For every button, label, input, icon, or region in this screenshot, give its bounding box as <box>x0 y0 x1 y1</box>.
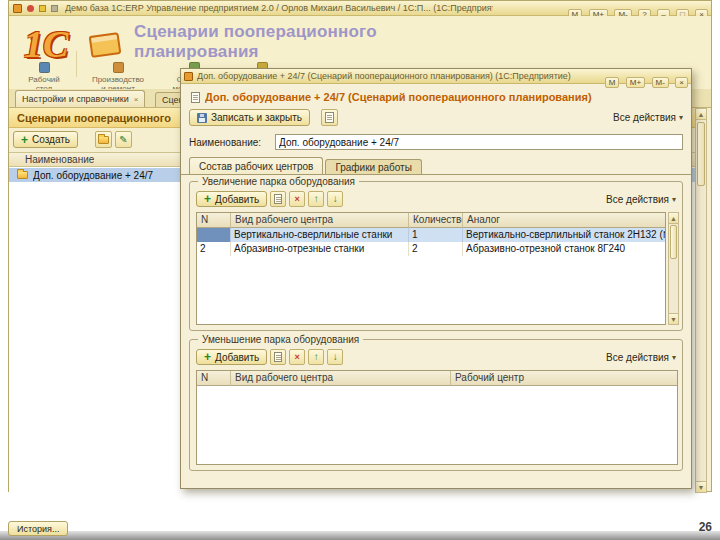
increase-table-scrollbar[interactable]: ▲ ▼ <box>668 212 679 325</box>
all-actions-button[interactable]: Все действия ▾ <box>613 109 683 126</box>
window-scale-minus-button[interactable]: М- <box>652 77 669 88</box>
list-item-label: Доп. оборудование + 24/7 <box>33 170 153 181</box>
dropdown-icon: ▾ <box>672 195 676 204</box>
type-cell: Вертикально-сверлильные станки <box>231 228 409 242</box>
tab-close-icon[interactable]: × <box>134 95 139 104</box>
save-and-close-button[interactable]: Записать и закрыть <box>189 109 310 126</box>
add-icon: + <box>204 193 211 205</box>
table-row[interactable]: Вертикально-сверлильные станки 1 Вертика… <box>197 228 665 242</box>
dialog-form-header: Доп. оборудование + 24/7 (Сценарий поопе… <box>191 90 592 104</box>
document-icon <box>191 92 200 103</box>
scrollbar-thumb[interactable] <box>670 225 677 259</box>
increase-table-header: N Вид рабочего центра Количество Аналог <box>197 213 665 228</box>
increase-table: N Вид рабочего центра Количество Аналог … <box>196 212 666 325</box>
row-number-cell <box>197 228 231 242</box>
edit-button[interactable]: ✎ <box>115 131 132 148</box>
save-icon <box>197 113 207 123</box>
column-n[interactable]: N <box>197 371 231 386</box>
all-actions-label: Все действия <box>606 194 669 205</box>
logo-graphic <box>89 32 122 58</box>
copy-icon <box>274 194 282 204</box>
delete-icon: × <box>295 195 300 204</box>
history-button-label: История... <box>17 524 59 534</box>
decrease-table-header: N Вид рабочего центра Рабочий центр <box>197 371 677 386</box>
slide-canvas: Демо база 1С:ERP Управление предприятием… <box>0 0 720 540</box>
dialog-titlebar: Доп. оборудование + 24/7 (Сценарий поопе… <box>181 69 691 84</box>
analog-cell: Вертикально-сверлильный станок 2Н132 (№1… <box>463 228 665 242</box>
main-window-title: Демо база 1С:ERP Управление предприятием… <box>65 1 493 16</box>
dialog-command-bar: Записать и закрыть Все действия ▾ <box>189 109 683 129</box>
arrow-up-icon: ↑ <box>314 352 319 362</box>
dialog-window: Доп. оборудование + 24/7 (Сценарий поопе… <box>180 68 692 489</box>
delete-row-button[interactable]: × <box>289 349 305 365</box>
create-button-label: Создать <box>32 134 70 145</box>
column-analog[interactable]: Аналог <box>463 213 665 228</box>
window-scale-button[interactable]: М <box>605 77 620 88</box>
history-button[interactable]: История... <box>8 521 68 536</box>
scroll-up-icon[interactable]: ▲ <box>696 109 706 120</box>
qty-cell: 1 <box>409 228 463 242</box>
copy-row-button[interactable] <box>270 191 286 207</box>
dialog-tabs: Состав рабочих центров Графики работы <box>189 157 422 174</box>
qty-cell: 2 <box>409 242 463 256</box>
group-decrease-legend: Уменьшение парка оборудования <box>198 333 363 346</box>
scrollbar-thumb[interactable] <box>697 122 705 186</box>
scroll-down-icon[interactable]: ▼ <box>669 313 678 324</box>
column-qty[interactable]: Количество <box>409 213 463 228</box>
page-number: 26 <box>699 520 712 534</box>
move-down-button[interactable]: ↓ <box>327 191 343 207</box>
scroll-up-icon[interactable]: ▲ <box>669 213 678 224</box>
column-workcenter[interactable]: Рабочий центр <box>451 371 677 386</box>
write-button[interactable] <box>321 109 338 126</box>
move-up-button[interactable]: ↑ <box>308 191 324 207</box>
name-field-label: Наименование: <box>189 136 261 150</box>
dialog-window-title: Доп. оборудование + 24/7 (Сценарий поопе… <box>197 69 585 84</box>
app-icon <box>184 72 193 81</box>
column-type[interactable]: Вид рабочего центра <box>231 213 409 228</box>
quick-icon-red[interactable] <box>27 5 34 12</box>
tab-label: Состав рабочих центров <box>199 161 313 172</box>
scroll-down-icon[interactable]: ▼ <box>696 481 706 492</box>
table-row[interactable]: 2 Абразивно-отрезные станки 2 Абразивно-… <box>197 242 665 256</box>
dialog-form-title: Доп. оборудование + 24/7 (Сценарий поопе… <box>205 91 592 103</box>
group-decrease-toolbar: + Добавить × ↑ ↓ Все действия ▾ <box>196 347 676 367</box>
copy-icon <box>274 352 282 362</box>
move-up-button[interactable]: ↑ <box>308 349 324 365</box>
create-group-button[interactable] <box>95 131 112 148</box>
window-scale-plus-button[interactable]: М+ <box>626 77 645 88</box>
main-titlebar: Демо база 1С:ERP Управление предприятием… <box>9 1 711 16</box>
tab-schedules[interactable]: Графики работы <box>325 159 422 174</box>
add-button-label: Добавить <box>215 194 259 205</box>
add-button[interactable]: + Добавить <box>196 349 267 365</box>
arrow-up-icon: ↑ <box>314 194 319 204</box>
tab-workcenters[interactable]: Состав рабочих центров <box>189 157 323 174</box>
create-button[interactable]: + Создать <box>13 131 78 148</box>
all-actions-button[interactable]: Все действия ▾ <box>606 349 676 366</box>
arrow-down-icon: ↓ <box>333 194 338 204</box>
group-increase-toolbar: + Добавить × ↑ ↓ Все действия ▾ <box>196 189 676 209</box>
add-button[interactable]: + Добавить <box>196 191 267 207</box>
tab-settings-catalogs[interactable]: Настройки и справочники × <box>15 90 145 107</box>
add-icon: + <box>21 134 28 146</box>
tab-label: Графики работы <box>335 162 412 173</box>
row-marker <box>197 228 230 242</box>
copy-row-button[interactable] <box>270 349 286 365</box>
delete-row-button[interactable]: × <box>289 191 305 207</box>
name-field-input[interactable] <box>275 134 683 150</box>
slide-title: Сценарии пооперационного планирования <box>134 22 377 62</box>
all-actions-button[interactable]: Все действия ▾ <box>606 191 676 208</box>
quick-icon-gray[interactable] <box>51 5 58 12</box>
logo-text: 1С <box>24 23 68 65</box>
column-n[interactable]: N <box>197 213 231 228</box>
all-actions-label: Все действия <box>613 112 676 123</box>
quick-icon-yellow[interactable] <box>39 5 46 12</box>
dialog-window-buttons: М М+ М- × <box>603 71 688 89</box>
type-cell: Абразивно-отрезные станки <box>231 242 409 256</box>
move-down-button[interactable]: ↓ <box>327 349 343 365</box>
close-button[interactable]: × <box>675 77 688 88</box>
main-scrollbar[interactable]: ▲ ▼ <box>695 108 707 493</box>
column-type[interactable]: Вид рабочего центра <box>231 371 451 386</box>
row-number-cell: 2 <box>197 242 231 256</box>
analog-cell: Абразивно-отрезной станок 8Г240 <box>463 242 665 256</box>
document-icon <box>325 112 334 123</box>
